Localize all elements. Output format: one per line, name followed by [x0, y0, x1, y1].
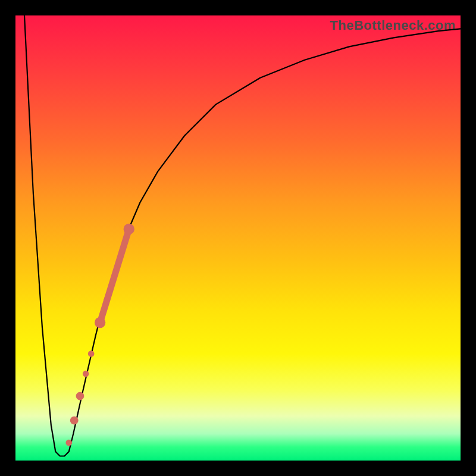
marker-band: [100, 229, 129, 322]
plot-area: TheBottleneck.com: [15, 15, 461, 461]
marker-group: [65, 224, 134, 446]
chart-frame: TheBottleneck.com: [0, 0, 476, 476]
marker-dot_e: [65, 440, 72, 446]
marker-dot_a: [88, 350, 95, 357]
curve-layer: [15, 15, 461, 461]
marker-dot_b: [83, 371, 89, 377]
bottleneck-curve: [24, 15, 461, 456]
marker-dot_d: [70, 416, 79, 425]
marker-band_top: [124, 224, 134, 234]
marker-dot_c: [76, 392, 84, 400]
marker-band_bottom: [95, 317, 105, 328]
